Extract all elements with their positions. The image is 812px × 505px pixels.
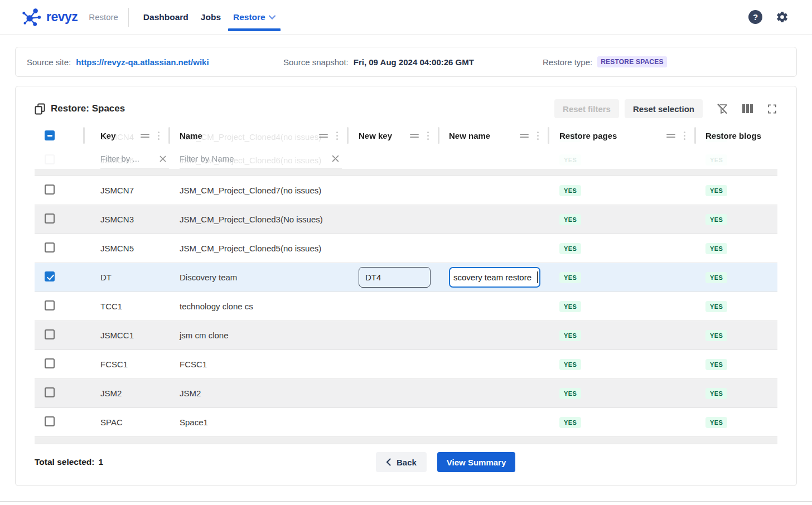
panel-header: Restore: Spaces Reset filters Reset sele… [35, 98, 777, 120]
filter-off-icon[interactable] [716, 103, 728, 115]
row-checkbox[interactable] [45, 271, 55, 281]
spaces-table: JSMCN4 JSM_CM_Project_Cloned4(no issues)… [35, 124, 777, 444]
source-site-link[interactable]: https://revyz-qa.atlassian.net/wiki [76, 57, 209, 67]
column-label-name: Name [180, 131, 202, 140]
row-checkbox[interactable] [45, 184, 55, 195]
key-filter-input[interactable]: Filter by ... [100, 149, 169, 168]
cell-name: jsm cm clone [170, 331, 349, 340]
partially-visible-row [35, 169, 777, 176]
row-checkbox[interactable] [45, 358, 55, 368]
table-row: SPAC Space1 YES YES [35, 408, 777, 437]
nav-breadcrumb-restore: Restore [89, 12, 118, 22]
cell-name: JSM_CM_Project_Cloned7(no issues) [170, 186, 349, 195]
name-filter-input[interactable]: Filter by Name [180, 149, 342, 168]
fullscreen-icon[interactable] [767, 104, 777, 114]
nav-item-jobs[interactable]: Jobs [195, 0, 227, 35]
restore-blogs-badge: YES [705, 388, 727, 399]
cell-name: Space1 [170, 417, 349, 427]
row-checkbox[interactable] [45, 416, 55, 426]
column-label-new-key: New key [359, 131, 392, 140]
restore-pages-badge: YES [559, 417, 581, 428]
restore-type-label: Restore type: [543, 57, 592, 67]
column-menu-icon[interactable] [336, 135, 338, 137]
table-filter-row: Filter by ... Filter by Name [35, 147, 777, 169]
back-button[interactable]: Back [376, 452, 427, 472]
row-checkbox[interactable] [45, 387, 55, 397]
new-name-input[interactable] [449, 267, 540, 288]
restore-blogs-badge: YES [705, 301, 727, 312]
partially-visible-row [35, 437, 777, 444]
page-title: Restore: Spaces [51, 103, 125, 114]
header-cell-new-key: New key [349, 124, 439, 147]
source-site-label: Source site: [27, 57, 71, 67]
clear-filter-icon[interactable] [159, 155, 167, 163]
row-checkbox[interactable] [45, 242, 55, 252]
column-menu-icon[interactable] [158, 135, 160, 137]
select-all-checkbox[interactable] [45, 130, 55, 140]
chevron-down-icon [269, 15, 276, 20]
source-snapshot-label: Source snapshot: [283, 57, 349, 67]
view-summary-button[interactable]: View Summary [437, 452, 515, 472]
cell-name: Discovery team [170, 273, 349, 282]
table-head: JSMCN4 JSM_CM_Project_Cloned4(no issues)… [35, 124, 777, 169]
brand-name: revyz [46, 9, 78, 25]
new-key-input[interactable] [359, 267, 431, 288]
table-row: FCSC1 FCSC1 YES YES [35, 350, 777, 379]
restore-pages-badge: YES [559, 388, 581, 399]
cell-key: TCC1 [85, 302, 170, 311]
restore-pages-badge: YES [559, 243, 581, 254]
back-button-label: Back [397, 458, 417, 467]
restore-pages-badge: YES [559, 214, 581, 225]
brand[interactable]: revyz [21, 7, 78, 28]
column-menu-icon[interactable] [684, 135, 685, 137]
table-row: JSMCN7 JSM_CM_Project_Cloned7(no issues)… [35, 176, 777, 205]
active-tab-indicator [228, 28, 281, 31]
nav-item-restore-label: Restore [233, 12, 265, 22]
drag-handle-icon[interactable] [410, 134, 419, 138]
columns-icon[interactable] [742, 103, 753, 114]
table-body: JSMCN7 JSM_CM_Project_Cloned7(no issues)… [35, 176, 777, 437]
panel-actions: Reset filters Reset selection [554, 99, 777, 118]
source-site-group: Source site: https://revyz-qa.atlassian.… [27, 57, 283, 67]
nav-divider [128, 8, 129, 27]
name-filter-placeholder: Filter by Name [180, 154, 329, 163]
table-row: DT Discovery team YES YES [35, 263, 777, 292]
row-checkbox[interactable] [45, 329, 55, 339]
reset-filters-button[interactable]: Reset filters [554, 99, 619, 118]
source-snapshot-value: Fri, 09 Aug 2024 04:00:26 GMT [354, 57, 474, 67]
drag-handle-icon[interactable] [141, 134, 149, 138]
restore-pages-badge: YES [559, 359, 581, 370]
restore-type-group: Restore type: RESTORE SPACES [543, 56, 785, 67]
drag-handle-icon[interactable] [319, 134, 328, 138]
restore-blogs-badge: YES [705, 417, 727, 428]
reset-selection-button[interactable]: Reset selection [625, 99, 703, 118]
cell-name: JSM_CM_Project_Cloned5(no issues) [170, 244, 349, 253]
key-filter-placeholder: Filter by ... [100, 154, 157, 163]
help-icon[interactable]: ? [748, 10, 762, 24]
revyz-logo-icon [21, 7, 42, 28]
cell-name: JSM_CM_Project_Cloned3(No issues) [170, 215, 349, 224]
cell-key: JSMCN7 [85, 186, 170, 195]
nav-item-restore[interactable]: Restore [227, 0, 282, 35]
table-row: JSMCC1 jsm cm clone YES YES [35, 321, 777, 350]
column-label-restore-blogs: Restore blogs [705, 131, 761, 140]
total-selected-value: 1 [98, 457, 103, 467]
column-label-key: Key [100, 131, 116, 140]
row-checkbox[interactable] [45, 300, 55, 310]
settings-gear-icon[interactable] [776, 11, 789, 23]
column-menu-icon[interactable] [427, 135, 429, 137]
text-caret [537, 271, 538, 283]
new-name-cell [439, 267, 549, 288]
restore-info-bar: Source site: https://revyz-qa.atlassian.… [15, 47, 797, 77]
column-menu-icon[interactable] [537, 135, 539, 137]
drag-handle-icon[interactable] [666, 134, 675, 138]
header-cell-new-name: New name [439, 124, 549, 147]
cell-name: JSM2 [170, 389, 349, 398]
restore-blogs-badge: YES [705, 330, 727, 341]
clear-filter-icon[interactable] [331, 154, 340, 163]
nav-item-dashboard[interactable]: Dashboard [137, 0, 195, 35]
header-cell-select [35, 124, 85, 147]
row-checkbox[interactable] [45, 213, 55, 224]
restore-pages-badge: YES [559, 330, 581, 341]
drag-handle-icon[interactable] [520, 134, 529, 138]
